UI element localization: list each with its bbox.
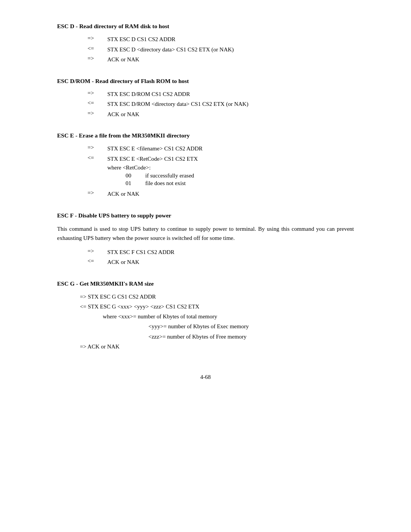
- command-text: ACK or NAK: [107, 190, 354, 198]
- command-text: STX ESC F CS1 CS2 ADDR: [107, 248, 354, 257]
- esc-g-where-block: where <xxx>= number of Kbytes of total m…: [80, 312, 354, 341]
- section-esc-f: ESC F - Disable UPS battery to supply po…: [57, 212, 354, 267]
- arrow-icon: =>: [88, 144, 107, 151]
- page-number: 4-68: [57, 374, 354, 380]
- arrow-icon: =>: [88, 90, 107, 96]
- retcode-00-desc: if successfully erased: [145, 173, 194, 179]
- section-esc-e: ESC E - Erase a file from the MR350MKII …: [57, 132, 354, 198]
- esc-g-sub-indent: <yyy>= number of Kbytes of Exec memory <…: [103, 322, 354, 341]
- esc-g-yyy: <yyy>= number of Kbytes of Exec memory: [148, 322, 354, 331]
- paragraph-text: This command is used to stop UPS battery…: [57, 224, 354, 243]
- esc-g-row-2: <= STX ESC G <xxx> <yyy> <zzz> CS1 CS2 E…: [80, 302, 354, 311]
- command-row: <= ACK or NAK: [88, 258, 354, 267]
- arrow-icon: <=: [88, 155, 107, 161]
- retcode-label: where <RetCode>:: [107, 165, 151, 171]
- command-block-esc-drom: => STX ESC D/ROM CS1 CS2 ADDR <= STX ESC…: [57, 90, 354, 119]
- command-row-final: => ACK or NAK: [88, 190, 354, 198]
- command-text: ACK or NAK: [107, 110, 354, 119]
- section-title-esc-e: ESC E - Erase a file from the MR350MKII …: [57, 132, 354, 139]
- arrow-icon: <=: [88, 100, 107, 106]
- command-block-esc-d: => STX ESC D CS1 CS2 ADDR <= STX ESC D <…: [57, 35, 354, 64]
- section-title-esc-drom: ESC D/ROM - Read directory of Flash ROM …: [57, 78, 354, 85]
- command-text: STX ESC D/ROM CS1 CS2 ADDR: [107, 90, 354, 99]
- retcode-row-00: 00 if successfully erased: [88, 173, 354, 179]
- command-row: => ACK or NAK: [88, 55, 354, 64]
- section-title-esc-f: ESC F - Disable UPS battery to supply po…: [57, 212, 354, 219]
- esc-g-row-1: => STX ESC G CS1 CS2 ADDR: [80, 292, 354, 301]
- command-block-esc-g: => STX ESC G CS1 CS2 ADDR <= STX ESC G <…: [57, 292, 354, 351]
- section-title-esc-g: ESC G - Get MR350MKII's RAM size: [57, 280, 354, 287]
- command-text: STX ESC D/ROM <directory data> CS1 CS2 E…: [107, 100, 354, 109]
- section-esc-g: ESC G - Get MR350MKII's RAM size => STX …: [57, 280, 354, 351]
- arrow-icon: <=: [88, 45, 107, 52]
- command-row: <= STX ESC E <RetCode> CS1 CS2 ETX: [88, 155, 354, 163]
- command-row: <= STX ESC D/ROM <directory data> CS1 CS…: [88, 100, 354, 109]
- arrow-icon: =>: [88, 110, 107, 117]
- command-text: STX ESC E <filename> CS1 CS2 ADDR: [107, 144, 354, 153]
- arrow-icon: =>: [88, 190, 107, 196]
- command-text: ACK or NAK: [107, 55, 354, 64]
- section-esc-d: ESC D - Read directory of RAM disk to ho…: [57, 23, 354, 64]
- command-row: => STX ESC D/ROM CS1 CS2 ADDR: [88, 90, 354, 99]
- retcode-row-01: 01 file does not exist: [88, 180, 354, 187]
- command-text: STX ESC E <RetCode> CS1 CS2 ETX: [107, 155, 354, 163]
- paragraph-block: This command is used to stop UPS battery…: [57, 224, 354, 243]
- command-block-esc-f: => STX ESC F CS1 CS2 ADDR <= ACK or NAK: [57, 248, 354, 267]
- arrow-icon: =>: [88, 55, 107, 62]
- command-text: STX ESC D CS1 CS2 ADDR: [107, 35, 354, 44]
- command-row: <= STX ESC D <directory data> CS1 CS2 ET…: [88, 45, 354, 54]
- retcode-00: 00: [126, 173, 144, 179]
- command-text: ACK or NAK: [107, 258, 354, 267]
- esc-g-zzz: <zzz>= number of Kbytes of Free memory: [148, 332, 354, 341]
- section-esc-drom: ESC D/ROM - Read directory of Flash ROM …: [57, 78, 354, 119]
- arrow-icon: <=: [88, 258, 107, 264]
- esc-g-where: where <xxx>= number of Kbytes of total m…: [103, 312, 354, 321]
- command-row: => STX ESC F CS1 CS2 ADDR: [88, 248, 354, 257]
- command-row: => ACK or NAK: [88, 110, 354, 119]
- command-row: => STX ESC D CS1 CS2 ADDR: [88, 35, 354, 44]
- retcode-label-row: where <RetCode>:: [88, 165, 354, 171]
- command-text: STX ESC D <directory data> CS1 CS2 ETX (…: [107, 45, 354, 54]
- arrow-icon: =>: [88, 35, 107, 42]
- arrow-icon: =>: [88, 248, 107, 254]
- retcode-01: 01: [126, 180, 144, 187]
- retcode-01-desc: file does not exist: [145, 180, 186, 186]
- section-title-esc-d: ESC D - Read directory of RAM disk to ho…: [57, 23, 354, 30]
- command-row: => STX ESC E <filename> CS1 CS2 ADDR: [88, 144, 354, 153]
- command-block-esc-e: => STX ESC E <filename> CS1 CS2 ADDR <= …: [57, 144, 354, 198]
- page: ESC D - Read directory of RAM disk to ho…: [57, 0, 354, 532]
- esc-g-final: => ACK or NAK: [80, 342, 354, 351]
